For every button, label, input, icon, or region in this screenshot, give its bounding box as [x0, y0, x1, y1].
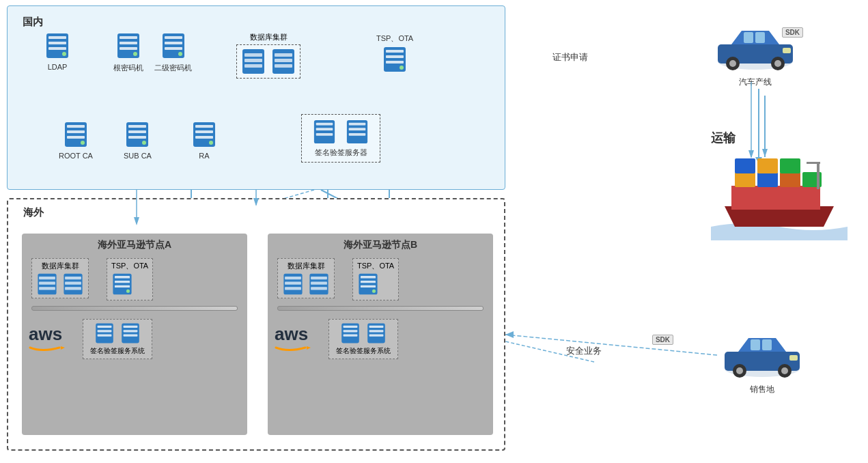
- svg-rect-130: [731, 186, 820, 210]
- node-b-bottom: aws: [268, 313, 493, 365]
- svg-point-40: [178, 52, 182, 56]
- svg-point-68: [209, 141, 213, 145]
- svg-marker-112: [307, 346, 311, 350]
- svg-rect-118: [369, 326, 384, 328]
- node-a-db-icon-1: [36, 272, 58, 296]
- svg-rect-47: [275, 59, 292, 62]
- svg-point-35: [133, 52, 137, 56]
- svg-rect-94: [98, 335, 112, 337]
- sub-ca-section: SUB CA: [124, 121, 152, 160]
- node-a-db-box: 数据库集群: [31, 258, 89, 298]
- svg-point-111: [372, 290, 376, 293]
- node-b-aws-text: aws: [275, 325, 312, 343]
- svg-rect-57: [67, 136, 85, 139]
- svg-rect-86: [115, 276, 130, 278]
- svg-rect-106: [311, 287, 327, 290]
- svg-rect-148: [789, 355, 798, 361]
- overseas-label: 海外: [23, 206, 44, 219]
- svg-rect-65: [195, 125, 213, 128]
- node-a-tsp-icon: [111, 272, 133, 296]
- secondary-hsm-label: 二级密码机: [154, 63, 192, 73]
- svg-point-58: [81, 141, 85, 145]
- svg-rect-50: [386, 50, 404, 53]
- svg-rect-71: [316, 128, 333, 130]
- domestic-tsp-label: TSP、OTA: [376, 33, 413, 44]
- svg-point-30: [62, 52, 66, 56]
- domestic-box: 国内 LDAP 根密码机: [7, 5, 505, 190]
- svg-rect-133: [780, 172, 800, 187]
- node-a-aws-arrow-icon: [29, 344, 66, 351]
- svg-rect-88: [115, 285, 130, 287]
- svg-rect-39: [165, 47, 182, 50]
- svg-rect-115: [344, 330, 358, 332]
- cert-request-label: 证书申请: [552, 51, 588, 64]
- domestic-tsp-section: TSP、OTA: [376, 32, 413, 75]
- car-production-label: 汽车产线: [711, 76, 800, 88]
- svg-rect-74: [349, 123, 366, 126]
- sub-ca-label: SUB CA: [124, 152, 152, 160]
- ship-icon: [711, 152, 848, 240]
- sub-ca-icon: [125, 121, 150, 148]
- node-a-hbar-container: [22, 300, 247, 313]
- svg-rect-136: [757, 158, 778, 173]
- domestic-sign-server-label: 签名验签服务器: [315, 148, 367, 158]
- svg-rect-135: [735, 158, 755, 173]
- root-hsm-section: 根密码机: [113, 32, 143, 73]
- svg-rect-72: [316, 133, 333, 136]
- svg-rect-100: [285, 277, 301, 279]
- node-b-db-icon-1: [282, 272, 304, 296]
- svg-rect-101: [285, 282, 301, 285]
- svg-rect-55: [67, 125, 85, 128]
- svg-marker-150: [505, 331, 514, 338]
- svg-rect-52: [386, 61, 404, 64]
- svg-rect-123: [744, 32, 753, 43]
- svg-point-128: [774, 60, 781, 67]
- svg-rect-131: [735, 172, 755, 187]
- svg-rect-42: [244, 53, 262, 57]
- node-b-hbar-container: [268, 300, 493, 313]
- node-a-aws-logo: aws: [29, 325, 66, 353]
- svg-rect-28: [48, 42, 66, 44]
- svg-rect-76: [349, 133, 366, 136]
- node-a-sign-icon-1: [94, 322, 115, 344]
- db-icon-2: [271, 48, 296, 75]
- sales-label: 销售地: [718, 384, 807, 395]
- ldap-label: LDAP: [45, 63, 70, 71]
- node-b-tsp-box: TSP、OTA: [352, 258, 399, 300]
- svg-rect-143: [762, 339, 772, 350]
- svg-rect-87: [115, 281, 130, 283]
- node-b-aws-arrow-icon: [275, 344, 312, 351]
- node-a-tsp-box: TSP、OTA: [107, 258, 153, 300]
- node-b-sign-box: 签名验签服务系统: [328, 319, 398, 359]
- node-a-aws-text: aws: [29, 325, 66, 343]
- node-a-db-label: 数据库集群: [36, 261, 84, 271]
- svg-rect-116: [344, 335, 358, 337]
- svg-rect-108: [361, 276, 376, 278]
- secondary-hsm-icon: [161, 32, 186, 59]
- secondary-hsm-section: 二级密码机: [154, 32, 192, 73]
- node-a-bottom: aws: [22, 313, 247, 365]
- svg-rect-109: [361, 281, 376, 283]
- svg-rect-62: [128, 136, 146, 139]
- node-a-sign-box: 签名验签服务系统: [83, 319, 152, 359]
- car-production-section: SDK 汽车产线: [711, 20, 800, 88]
- node-a-hbar: [31, 306, 238, 311]
- node-b-sign-icon-2: [366, 322, 387, 344]
- svg-rect-124: [755, 32, 765, 43]
- svg-rect-139: [807, 162, 820, 164]
- svg-rect-38: [165, 42, 182, 44]
- svg-rect-37: [165, 36, 182, 39]
- svg-rect-32: [120, 36, 137, 39]
- root-ca-section: ROOT CA: [59, 121, 93, 160]
- sign-server-icon-1: [313, 119, 336, 145]
- svg-rect-29: [48, 47, 66, 50]
- svg-rect-79: [39, 282, 55, 285]
- svg-rect-33: [120, 42, 137, 44]
- svg-rect-34: [120, 47, 137, 50]
- domestic-db-cluster-box: 数据库集群: [236, 32, 300, 79]
- node-b-aws-logo: aws: [275, 325, 312, 353]
- svg-rect-80: [39, 287, 55, 290]
- svg-rect-78: [39, 277, 55, 279]
- node-a-db-icon-2: [62, 272, 84, 296]
- svg-rect-60: [128, 125, 146, 128]
